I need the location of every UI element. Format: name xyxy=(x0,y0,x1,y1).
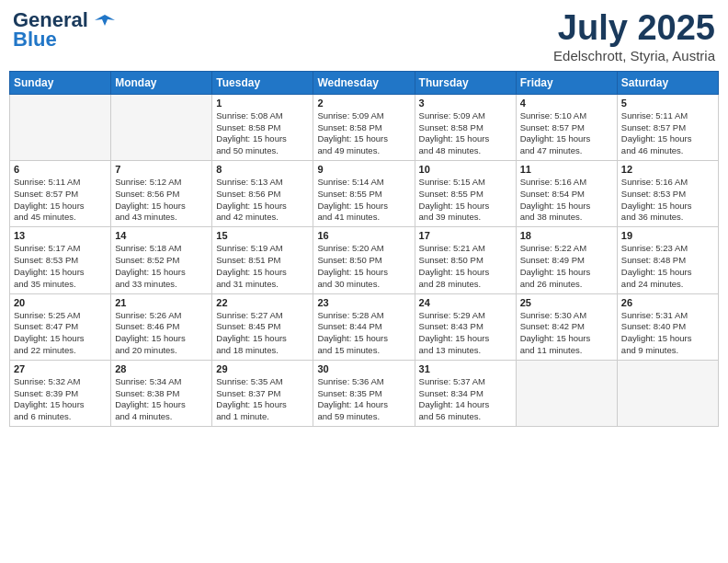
calendar-table: SundayMondayTuesdayWednesdayThursdayFrid… xyxy=(9,71,719,427)
month-title: July 2025 xyxy=(553,9,715,48)
day-number: 16 xyxy=(317,230,410,241)
calendar-cell: 14Sunrise: 5:18 AM Sunset: 8:52 PM Dayli… xyxy=(111,227,212,293)
calendar-cell: 4Sunrise: 5:10 AM Sunset: 8:57 PM Daylig… xyxy=(516,94,617,160)
calendar-cell: 5Sunrise: 5:11 AM Sunset: 8:57 PM Daylig… xyxy=(617,94,718,160)
day-info: Sunrise: 5:19 AM Sunset: 8:51 PM Dayligh… xyxy=(216,243,309,290)
day-number: 13 xyxy=(14,230,107,241)
day-number: 31 xyxy=(419,363,512,374)
calendar-cell xyxy=(111,94,212,160)
calendar-cell: 11Sunrise: 5:16 AM Sunset: 8:54 PM Dayli… xyxy=(516,161,617,227)
day-number: 22 xyxy=(216,297,309,308)
calendar-cell: 7Sunrise: 5:12 AM Sunset: 8:56 PM Daylig… xyxy=(111,161,212,227)
day-info: Sunrise: 5:11 AM Sunset: 8:57 PM Dayligh… xyxy=(14,177,107,224)
calendar-cell: 1Sunrise: 5:08 AM Sunset: 8:58 PM Daylig… xyxy=(212,94,313,160)
day-number: 25 xyxy=(520,297,613,308)
day-info: Sunrise: 5:31 AM Sunset: 8:40 PM Dayligh… xyxy=(621,310,714,357)
column-header-thursday: Thursday xyxy=(415,71,516,94)
calendar-week-row: 27Sunrise: 5:32 AM Sunset: 8:39 PM Dayli… xyxy=(10,360,719,426)
calendar-cell: 25Sunrise: 5:30 AM Sunset: 8:42 PM Dayli… xyxy=(516,293,617,360)
calendar-cell: 30Sunrise: 5:36 AM Sunset: 8:35 PM Dayli… xyxy=(313,360,415,426)
calendar-cell: 16Sunrise: 5:20 AM Sunset: 8:50 PM Dayli… xyxy=(313,227,415,293)
day-info: Sunrise: 5:16 AM Sunset: 8:54 PM Dayligh… xyxy=(520,177,613,224)
calendar-cell: 18Sunrise: 5:22 AM Sunset: 8:49 PM Dayli… xyxy=(516,227,617,293)
day-info: Sunrise: 5:09 AM Sunset: 8:58 PM Dayligh… xyxy=(317,110,410,157)
calendar-cell: 10Sunrise: 5:15 AM Sunset: 8:55 PM Dayli… xyxy=(415,161,516,227)
logo-blue: Blue xyxy=(13,28,57,52)
location-subtitle: Edelschrott, Styria, Austria xyxy=(553,48,715,63)
calendar-cell: 31Sunrise: 5:37 AM Sunset: 8:34 PM Dayli… xyxy=(415,360,516,426)
logo: General Blue xyxy=(13,9,115,52)
day-info: Sunrise: 5:35 AM Sunset: 8:37 PM Dayligh… xyxy=(216,376,309,423)
day-number: 26 xyxy=(621,297,714,308)
column-header-monday: Monday xyxy=(111,71,212,94)
day-info: Sunrise: 5:29 AM Sunset: 8:43 PM Dayligh… xyxy=(419,310,512,357)
day-info: Sunrise: 5:36 AM Sunset: 8:35 PM Dayligh… xyxy=(317,376,410,423)
day-info: Sunrise: 5:21 AM Sunset: 8:50 PM Dayligh… xyxy=(419,243,512,290)
day-number: 12 xyxy=(621,164,714,175)
column-header-saturday: Saturday xyxy=(617,71,718,94)
calendar-cell: 26Sunrise: 5:31 AM Sunset: 8:40 PM Dayli… xyxy=(617,293,718,360)
day-info: Sunrise: 5:26 AM Sunset: 8:46 PM Dayligh… xyxy=(115,310,208,357)
calendar-cell: 6Sunrise: 5:11 AM Sunset: 8:57 PM Daylig… xyxy=(10,161,111,227)
day-number: 11 xyxy=(520,164,613,175)
day-info: Sunrise: 5:27 AM Sunset: 8:45 PM Dayligh… xyxy=(216,310,309,357)
day-info: Sunrise: 5:22 AM Sunset: 8:49 PM Dayligh… xyxy=(520,243,613,290)
day-info: Sunrise: 5:32 AM Sunset: 8:39 PM Dayligh… xyxy=(14,376,107,423)
day-info: Sunrise: 5:08 AM Sunset: 8:58 PM Dayligh… xyxy=(216,110,309,157)
day-info: Sunrise: 5:23 AM Sunset: 8:48 PM Dayligh… xyxy=(621,243,714,290)
day-number: 17 xyxy=(419,230,512,241)
calendar-cell xyxy=(516,360,617,426)
day-number: 4 xyxy=(520,98,613,109)
day-number: 24 xyxy=(419,297,512,308)
calendar-cell xyxy=(10,94,111,160)
day-number: 29 xyxy=(216,363,309,374)
calendar-week-row: 20Sunrise: 5:25 AM Sunset: 8:47 PM Dayli… xyxy=(10,293,719,360)
day-info: Sunrise: 5:28 AM Sunset: 8:44 PM Dayligh… xyxy=(317,310,410,357)
calendar-cell: 17Sunrise: 5:21 AM Sunset: 8:50 PM Dayli… xyxy=(415,227,516,293)
day-number: 2 xyxy=(317,98,410,109)
day-number: 6 xyxy=(14,164,107,175)
calendar-cell: 2Sunrise: 5:09 AM Sunset: 8:58 PM Daylig… xyxy=(313,94,415,160)
column-header-wednesday: Wednesday xyxy=(313,71,415,94)
calendar-cell: 21Sunrise: 5:26 AM Sunset: 8:46 PM Dayli… xyxy=(111,293,212,360)
day-info: Sunrise: 5:34 AM Sunset: 8:38 PM Dayligh… xyxy=(115,376,208,423)
day-info: Sunrise: 5:16 AM Sunset: 8:53 PM Dayligh… xyxy=(621,177,714,224)
day-info: Sunrise: 5:25 AM Sunset: 8:47 PM Dayligh… xyxy=(14,310,107,357)
calendar-cell: 19Sunrise: 5:23 AM Sunset: 8:48 PM Dayli… xyxy=(617,227,718,293)
day-info: Sunrise: 5:37 AM Sunset: 8:34 PM Dayligh… xyxy=(419,376,512,423)
day-number: 27 xyxy=(14,363,107,374)
column-header-friday: Friday xyxy=(516,71,617,94)
calendar-cell: 12Sunrise: 5:16 AM Sunset: 8:53 PM Dayli… xyxy=(617,161,718,227)
day-number: 21 xyxy=(115,297,208,308)
calendar-cell: 24Sunrise: 5:29 AM Sunset: 8:43 PM Dayli… xyxy=(415,293,516,360)
day-number: 1 xyxy=(216,98,309,109)
day-info: Sunrise: 5:15 AM Sunset: 8:55 PM Dayligh… xyxy=(419,177,512,224)
calendar-cell: 23Sunrise: 5:28 AM Sunset: 8:44 PM Dayli… xyxy=(313,293,415,360)
calendar-week-row: 13Sunrise: 5:17 AM Sunset: 8:53 PM Dayli… xyxy=(10,227,719,293)
day-info: Sunrise: 5:17 AM Sunset: 8:53 PM Dayligh… xyxy=(14,243,107,290)
day-number: 15 xyxy=(216,230,309,241)
page-header: General Blue July 2025 Edelschrott, Styr… xyxy=(9,9,719,63)
day-info: Sunrise: 5:18 AM Sunset: 8:52 PM Dayligh… xyxy=(115,243,208,290)
day-number: 3 xyxy=(419,98,512,109)
day-info: Sunrise: 5:30 AM Sunset: 8:42 PM Dayligh… xyxy=(520,310,613,357)
calendar-header-row: SundayMondayTuesdayWednesdayThursdayFrid… xyxy=(10,71,719,94)
day-info: Sunrise: 5:20 AM Sunset: 8:50 PM Dayligh… xyxy=(317,243,410,290)
svg-marker-0 xyxy=(95,15,115,26)
calendar-cell: 20Sunrise: 5:25 AM Sunset: 8:47 PM Dayli… xyxy=(10,293,111,360)
day-number: 9 xyxy=(317,164,410,175)
day-number: 7 xyxy=(115,164,208,175)
calendar-cell: 28Sunrise: 5:34 AM Sunset: 8:38 PM Dayli… xyxy=(111,360,212,426)
day-number: 18 xyxy=(520,230,613,241)
day-number: 28 xyxy=(115,363,208,374)
calendar-cell: 29Sunrise: 5:35 AM Sunset: 8:37 PM Dayli… xyxy=(212,360,313,426)
day-number: 14 xyxy=(115,230,208,241)
column-header-tuesday: Tuesday xyxy=(212,71,313,94)
logo-bird-icon xyxy=(95,13,115,29)
calendar-cell: 9Sunrise: 5:14 AM Sunset: 8:55 PM Daylig… xyxy=(313,161,415,227)
calendar-cell: 3Sunrise: 5:09 AM Sunset: 8:58 PM Daylig… xyxy=(415,94,516,160)
day-number: 30 xyxy=(317,363,410,374)
day-number: 19 xyxy=(621,230,714,241)
day-info: Sunrise: 5:12 AM Sunset: 8:56 PM Dayligh… xyxy=(115,177,208,224)
day-info: Sunrise: 5:11 AM Sunset: 8:57 PM Dayligh… xyxy=(621,110,714,157)
